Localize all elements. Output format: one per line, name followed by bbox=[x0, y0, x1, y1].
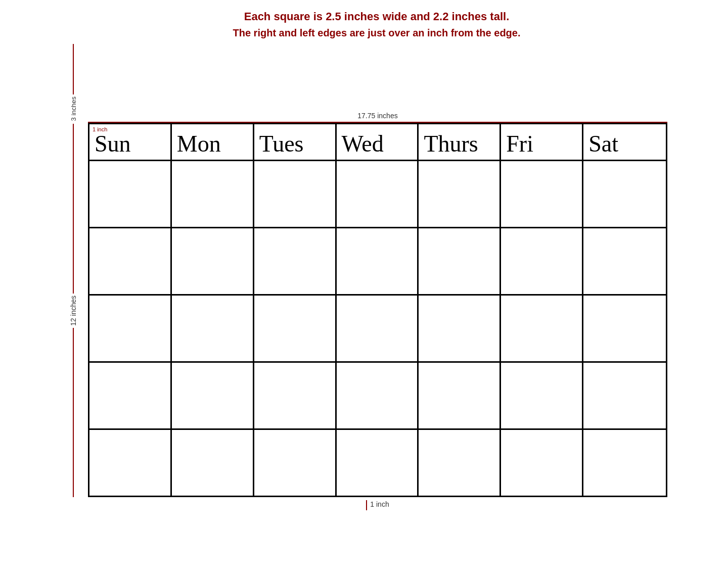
table-row bbox=[583, 363, 666, 428]
table-row bbox=[583, 296, 666, 361]
header-fri: Fri bbox=[501, 124, 583, 160]
table-row bbox=[501, 296, 583, 361]
table-row bbox=[419, 430, 501, 496]
table-row bbox=[172, 430, 254, 496]
table-row bbox=[254, 228, 337, 294]
info-line2: The right and left edges are just over a… bbox=[86, 27, 667, 39]
top-vertical-line bbox=[73, 44, 74, 94]
table-row bbox=[172, 363, 254, 428]
table-row bbox=[89, 363, 172, 428]
table-row bbox=[172, 161, 254, 227]
header-wed: Wed bbox=[337, 124, 419, 160]
day-fri: Fri bbox=[506, 132, 533, 156]
day-thurs: Thurs bbox=[424, 132, 478, 156]
header-sun: 1 inch Sun bbox=[89, 124, 172, 160]
table-row bbox=[337, 430, 419, 496]
table-row bbox=[172, 228, 254, 294]
day-sat: Sat bbox=[588, 132, 618, 156]
table-row bbox=[337, 228, 419, 294]
inch-corner-label: 1 inch bbox=[93, 126, 107, 132]
table-row bbox=[419, 363, 501, 428]
left-vertical-label: 12 inches bbox=[69, 294, 77, 328]
header-thurs: Thurs bbox=[419, 124, 501, 160]
table-row bbox=[419, 228, 501, 294]
header-sat: Sat bbox=[583, 124, 666, 160]
table-row bbox=[583, 430, 666, 496]
day-tues: Tues bbox=[259, 132, 304, 156]
table-row bbox=[254, 296, 337, 361]
bottom-inch-label: 1 inch bbox=[370, 500, 389, 508]
table-row bbox=[501, 161, 583, 227]
table-row bbox=[501, 363, 583, 428]
table-row bbox=[254, 161, 337, 227]
table-row bbox=[419, 161, 501, 227]
table-row bbox=[89, 161, 172, 227]
table-row bbox=[337, 296, 419, 361]
calendar-row-3 bbox=[89, 296, 666, 363]
calendar-row-4 bbox=[89, 363, 666, 430]
horizontal-label: 17.75 inches bbox=[357, 112, 397, 120]
day-wed: Wed bbox=[342, 132, 384, 156]
table-row bbox=[501, 228, 583, 294]
top-vertical-label: 3 inches bbox=[70, 94, 77, 123]
table-row bbox=[172, 296, 254, 361]
table-row bbox=[89, 296, 172, 361]
table-row bbox=[254, 363, 337, 428]
day-mon: Mon bbox=[177, 132, 221, 156]
table-row bbox=[89, 228, 172, 294]
header-tues: Tues bbox=[254, 124, 337, 160]
left-vertical-line bbox=[73, 124, 74, 294]
bottom-inch-measure: 1 inch bbox=[366, 500, 389, 510]
table-row bbox=[583, 228, 666, 294]
table-row bbox=[501, 430, 583, 496]
header-mon: Mon bbox=[172, 124, 254, 160]
table-row bbox=[337, 363, 419, 428]
calendar-body bbox=[89, 161, 666, 496]
table-row bbox=[419, 296, 501, 361]
table-row bbox=[583, 161, 666, 227]
table-row bbox=[89, 430, 172, 496]
table-row bbox=[254, 430, 337, 496]
table-row bbox=[337, 161, 419, 227]
calendar-row-1 bbox=[89, 161, 666, 228]
info-line1: Each square is 2.5 inches wide and 2.2 i… bbox=[86, 10, 667, 23]
calendar-row-5 bbox=[89, 430, 666, 496]
calendar-grid: 1 inch Sun Mon Tues Wed Thurs Fri bbox=[88, 123, 667, 497]
calendar-header: 1 inch Sun Mon Tues Wed Thurs Fri bbox=[89, 124, 666, 161]
day-sun: Sun bbox=[95, 132, 131, 156]
calendar-row-2 bbox=[89, 228, 666, 296]
